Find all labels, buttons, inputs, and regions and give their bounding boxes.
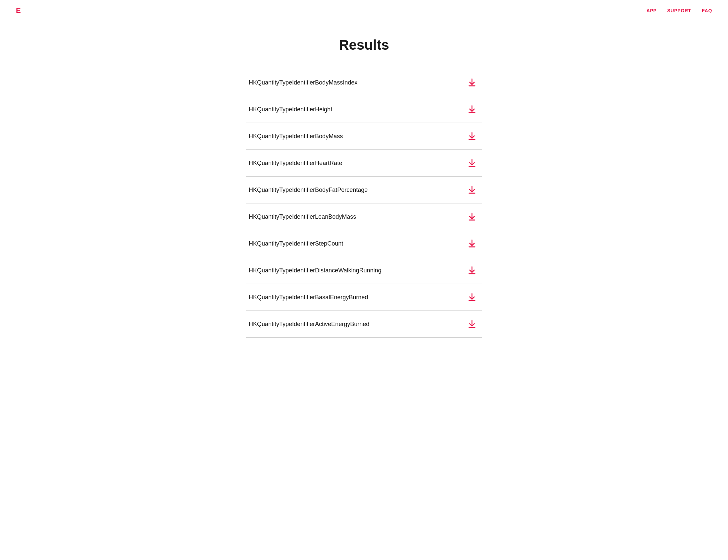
page-title: Results [246,37,482,53]
nav-link-faq[interactable]: FAQ [702,8,712,13]
download-icon [467,239,476,248]
download-icon [467,266,476,275]
result-label-body-fat-percentage: HKQuantityTypeIdentifierBodyFatPercentag… [249,187,367,194]
download-button-distance-walking-running[interactable] [465,264,479,276]
result-item-basal-energy-burned: HKQuantityTypeIdentifierBasalEnergyBurne… [246,284,482,311]
result-item-distance-walking-running: HKQuantityTypeIdentifierDistanceWalkingR… [246,257,482,284]
download-button-height[interactable] [465,103,479,115]
result-label-body-mass-index: HKQuantityTypeIdentifierBodyMassIndex [249,79,358,86]
result-label-heart-rate: HKQuantityTypeIdentifierHeartRate [249,160,342,167]
result-label-height: HKQuantityTypeIdentifierHeight [249,106,332,113]
download-button-body-fat-percentage[interactable] [465,184,479,196]
nav-link-support[interactable]: SUPPORT [667,8,692,13]
download-icon [467,132,476,141]
result-item-lean-body-mass: HKQuantityTypeIdentifierLeanBodyMass [246,203,482,230]
result-item-body-fat-percentage: HKQuantityTypeIdentifierBodyFatPercentag… [246,177,482,203]
download-button-basal-energy-burned[interactable] [465,291,479,303]
download-button-active-energy-burned[interactable] [465,318,479,330]
download-icon [467,293,476,302]
download-icon [467,185,476,195]
download-icon [467,158,476,168]
result-label-distance-walking-running: HKQuantityTypeIdentifierDistanceWalkingR… [249,267,381,274]
download-button-step-count[interactable] [465,238,479,250]
download-icon [467,319,476,329]
download-button-lean-body-mass[interactable] [465,211,479,223]
nav-links: APPSUPPORTFAQ [646,8,712,13]
results-list: HKQuantityTypeIdentifierBodyMassIndex HK… [246,69,482,338]
result-item-height: HKQuantityTypeIdentifierHeight [246,96,482,123]
result-label-basal-energy-burned: HKQuantityTypeIdentifierBasalEnergyBurne… [249,294,368,301]
result-label-active-energy-burned: HKQuantityTypeIdentifierActiveEnergyBurn… [249,321,369,328]
download-button-heart-rate[interactable] [465,157,479,169]
download-icon [467,78,476,87]
result-label-body-mass: HKQuantityTypeIdentifierBodyMass [249,133,343,140]
nav-link-app[interactable]: APP [646,8,657,13]
result-item-step-count: HKQuantityTypeIdentifierStepCount [246,230,482,257]
logo: E [16,6,21,15]
result-item-active-energy-burned: HKQuantityTypeIdentifierActiveEnergyBurn… [246,311,482,338]
navbar: E APPSUPPORTFAQ [0,0,728,21]
download-button-body-mass-index[interactable] [465,77,479,88]
result-item-heart-rate: HKQuantityTypeIdentifierHeartRate [246,150,482,177]
download-button-body-mass[interactable] [465,130,479,142]
result-label-lean-body-mass: HKQuantityTypeIdentifierLeanBodyMass [249,213,356,220]
result-item-body-mass: HKQuantityTypeIdentifierBodyMass [246,123,482,150]
result-item-body-mass-index: HKQuantityTypeIdentifierBodyMassIndex [246,69,482,96]
result-label-step-count: HKQuantityTypeIdentifierStepCount [249,240,343,247]
download-icon [467,105,476,114]
main-content: Results HKQuantityTypeIdentifierBodyMass… [238,21,490,364]
download-icon [467,212,476,221]
